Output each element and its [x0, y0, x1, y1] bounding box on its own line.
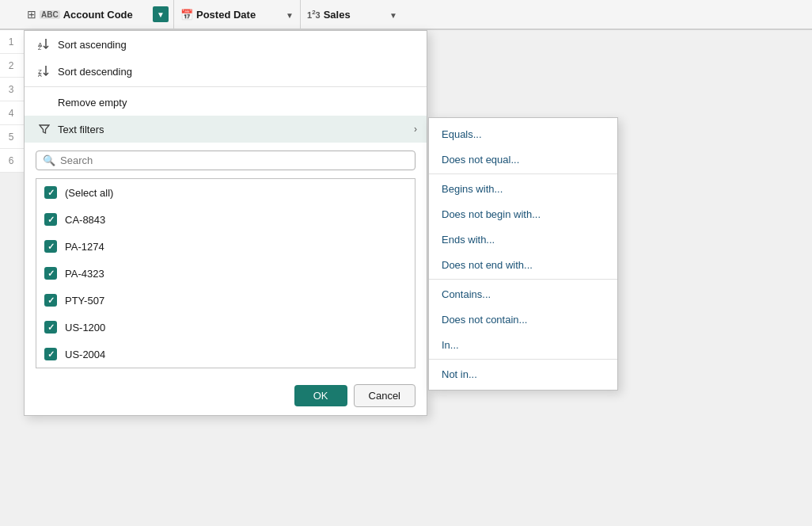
checkbox-item[interactable]: ✓ US-1200 — [36, 314, 415, 341]
checkbox-label: US-2004 — [65, 349, 105, 360]
submenu-item[interactable]: Equals... — [429, 121, 617, 147]
checkbox-item[interactable]: ✓ (Select all) — [36, 179, 415, 206]
submenu-separator — [429, 359, 617, 360]
calendar-icon: 📅 — [180, 9, 193, 21]
submenu-item[interactable]: Does not equal... — [429, 147, 617, 172]
checkbox[interactable]: ✓ — [44, 294, 57, 307]
submenu-item[interactable]: Not in... — [429, 361, 617, 387]
posted-date-dropdown-button[interactable]: ▼ — [286, 9, 294, 21]
row-number: 5 — [0, 132, 22, 143]
row-number: 1 — [0, 36, 22, 48]
submenu-item[interactable]: Contains... — [429, 281, 617, 307]
abc-icon: ABC — [40, 10, 60, 19]
account-code-dropdown-button[interactable]: ▼ — [153, 6, 169, 22]
submenu-item[interactable]: Does not contain... — [429, 307, 617, 332]
checkmark-icon: ✓ — [47, 188, 55, 198]
checkbox-label: PA-1274 — [65, 241, 104, 253]
checkbox-list: ✓ (Select all) ✓ CA-8843 ✓ PA-1274 ✓ PA-… — [36, 178, 415, 368]
ok-button[interactable]: OK — [294, 385, 347, 406]
checkmark-icon: ✓ — [47, 215, 55, 225]
row-number: 3 — [0, 84, 22, 95]
checkbox-label: US-1200 — [65, 322, 105, 334]
account-code-header-title: Account Code — [63, 9, 150, 21]
checkbox[interactable]: ✓ — [44, 186, 57, 199]
checkbox-item[interactable]: ✓ PA-4323 — [36, 260, 415, 287]
sort-descending-label: Sort descending — [58, 66, 132, 78]
sort-ascending-label: Sort ascending — [58, 39, 127, 51]
filter-icon — [37, 124, 51, 135]
sort-descending-item[interactable]: Z A Sort descending — [25, 58, 427, 85]
search-icon: 🔍 — [43, 154, 55, 166]
checkbox-label: PTY-507 — [65, 295, 104, 307]
checkbox[interactable]: ✓ — [44, 321, 57, 334]
account-code-column-header: ⊞ ABC Account Code ▼ — [22, 0, 174, 29]
checkbox[interactable]: ✓ — [44, 240, 57, 253]
posted-date-dropdown-arrow-icon: ▼ — [286, 11, 294, 20]
submenu-item[interactable]: In... — [429, 332, 617, 357]
search-container: 🔍 — [25, 143, 427, 178]
sales-column-header: 123 Sales ▼ — [301, 0, 404, 29]
text-filters-label: Text filters — [58, 124, 104, 135]
menu-footer: OK Cancel — [25, 376, 427, 415]
filter-dropdown-menu: A Z Sort ascending Z A Sort descending R… — [24, 30, 427, 416]
checkbox-item[interactable]: ✓ PA-1274 — [36, 233, 415, 260]
submenu-separator — [429, 173, 617, 174]
sales-dropdown-arrow-icon: ▼ — [389, 11, 397, 20]
text-filters-submenu: Equals...Does not equal...Begins with...… — [428, 117, 618, 391]
checkbox-item[interactable]: ✓ US-2004 — [36, 341, 415, 368]
remove-empty-item[interactable]: Remove empty — [25, 89, 427, 116]
submenu-item[interactable]: Does not end with... — [429, 252, 617, 277]
posted-date-header-title: Posted Date — [196, 9, 283, 21]
text-filters-item[interactable]: Text filters › — [25, 116, 427, 143]
submenu-item[interactable]: Does not begin with... — [429, 201, 617, 227]
sort-descending-icon: Z A — [37, 64, 51, 79]
posted-date-column-header: 📅 Posted Date ▼ — [174, 0, 301, 29]
dropdown-arrow-icon: ▼ — [157, 10, 165, 19]
checkbox-label: CA-8843 — [65, 214, 105, 226]
sort-ascending-icon: A Z — [37, 37, 51, 52]
row-number: 4 — [0, 108, 22, 119]
search-box: 🔍 — [36, 151, 415, 170]
submenu-item[interactable]: Begins with... — [429, 176, 617, 201]
submenu-item[interactable]: Ends with... — [429, 227, 617, 252]
checkmark-icon: ✓ — [47, 349, 55, 360]
checkmark-icon: ✓ — [47, 322, 55, 333]
chevron-right-icon: › — [414, 124, 417, 135]
checkbox-label: PA-4323 — [65, 268, 104, 280]
separator-1 — [25, 86, 427, 87]
checkbox[interactable]: ✓ — [44, 213, 57, 226]
search-input[interactable] — [60, 154, 408, 166]
checkmark-icon: ✓ — [47, 295, 55, 306]
grid-icon: ⊞ — [27, 8, 36, 21]
row-number: 6 — [0, 155, 22, 166]
submenu-separator — [429, 279, 617, 280]
table-header: ⊞ ABC Account Code ▼ 📅 Posted Date ▼ 123… — [0, 0, 812, 30]
remove-empty-label: Remove empty — [58, 97, 127, 109]
row-number: 2 — [0, 60, 22, 71]
checkbox[interactable]: ✓ — [44, 267, 57, 280]
svg-text:Z: Z — [38, 45, 42, 50]
sort-ascending-item[interactable]: A Z Sort ascending — [25, 31, 427, 58]
svg-text:A: A — [38, 72, 42, 77]
sales-header-title: Sales — [324, 9, 386, 21]
checkbox-item[interactable]: ✓ CA-8843 — [36, 206, 415, 233]
checkmark-icon: ✓ — [47, 242, 55, 252]
cancel-button[interactable]: Cancel — [354, 384, 415, 407]
sales-dropdown-button[interactable]: ▼ — [389, 9, 397, 21]
checkmark-icon: ✓ — [47, 269, 55, 279]
checkbox-label: (Select all) — [65, 187, 113, 199]
sales-number-icon: 123 — [307, 9, 321, 20]
checkbox-item[interactable]: ✓ PTY-507 — [36, 287, 415, 314]
checkbox[interactable]: ✓ — [44, 348, 57, 360]
